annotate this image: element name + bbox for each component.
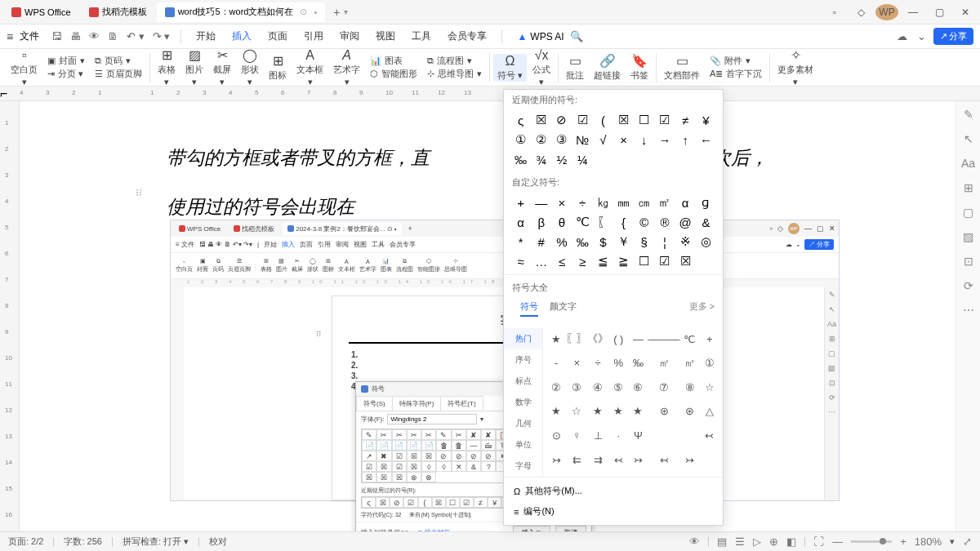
symbol-item[interactable]: ★ <box>546 402 566 420</box>
file-menu[interactable]: 文件 <box>20 29 39 43</box>
symbol-item[interactable]: ☐ <box>634 110 654 130</box>
ribbon-equation[interactable]: √x公式 ▾ <box>528 48 555 87</box>
ribbon-bookmark[interactable]: 🔖书签 <box>626 54 653 82</box>
symbol-item[interactable]: α <box>675 193 696 212</box>
symbol-item[interactable]: ↢ <box>700 427 719 445</box>
category-几何[interactable]: 几何 <box>504 413 542 434</box>
symbol-item[interactable]: ㎡ <box>654 193 675 212</box>
symbol-item[interactable]: × <box>566 354 587 372</box>
symbol-item[interactable]: ⊘ <box>466 451 481 461</box>
save-icon[interactable]: 🖫 <box>51 30 62 42</box>
ribbon-cover[interactable]: ▣封面 ▾ <box>43 55 89 67</box>
dialog-tab-special[interactable]: 特殊字符(P) <box>392 396 442 411</box>
symbol-item[interactable]: 📄 <box>362 440 376 451</box>
symbol-item[interactable]: ⊘ <box>390 497 403 508</box>
symbol-item[interactable]: Ψ <box>628 427 648 445</box>
font-select[interactable] <box>387 414 477 424</box>
symbol-item[interactable]: ¼ <box>572 149 593 169</box>
app-tab-daoke[interactable]: 找稻壳模板 <box>81 2 155 22</box>
symbol-item[interactable]: & <box>466 461 481 472</box>
minimize-button[interactable]: — <box>902 7 924 18</box>
print-icon[interactable]: 🖶 <box>70 30 81 42</box>
search-icon[interactable]: 🔍 <box>570 30 583 42</box>
symbol-item[interactable]: % <box>608 354 628 372</box>
symbol-item[interactable]: % <box>551 232 572 251</box>
view-mode-2[interactable]: ☰ <box>735 535 745 548</box>
symbol-item[interactable] <box>648 427 680 445</box>
new-tab-button[interactable]: + <box>333 6 340 19</box>
symbol-item[interactable]: ← <box>696 130 716 149</box>
symbol-item[interactable]: { <box>613 212 634 232</box>
symbol-item[interactable]: ≠ <box>474 497 488 508</box>
symbol-item[interactable]: ↣ <box>628 451 648 469</box>
symbol-item[interactable]: ℃ <box>572 212 593 232</box>
window-icon-2[interactable]: ◇ <box>849 7 872 18</box>
cloud-icon[interactable]: ☁ <box>897 30 907 42</box>
ribbon-split[interactable]: ⇥分页 ▾ <box>43 68 89 80</box>
symbol-item[interactable]: ㎜ <box>613 193 634 212</box>
symbol-item[interactable]: ✂ <box>407 429 421 440</box>
symbol-item[interactable]: — <box>531 193 551 212</box>
symbol-item[interactable]: ⊙ <box>546 427 566 445</box>
symbol-item[interactable]: ✂ <box>452 429 466 440</box>
symbol-item[interactable]: ✕ <box>452 461 466 472</box>
symbol-item[interactable]: ↗ <box>362 451 376 461</box>
view-mode-3[interactable]: ▷ <box>753 535 761 548</box>
symbol-item[interactable]: ★ <box>546 330 566 348</box>
status-proof[interactable]: 校对 <box>209 535 227 548</box>
symbol-item[interactable]: ② <box>531 130 551 149</box>
sidebar-img-icon[interactable]: ▨ <box>963 230 973 243</box>
symbol-item[interactable]: ☒ <box>675 251 696 271</box>
menu-vip[interactable]: 会员专享 <box>441 26 493 47</box>
symbol-item[interactable]: ↣ <box>680 451 700 469</box>
chevron-icon[interactable]: ⌄ <box>917 30 926 42</box>
cancel-button[interactable]: 取消 <box>555 526 586 531</box>
symbol-item[interactable]: ✂ <box>392 429 407 440</box>
ribbon-mindmap[interactable]: ⊹思维导图 ▾ <box>423 68 486 80</box>
symbol-item[interactable]: ♀ <box>566 427 587 445</box>
symbol-item[interactable]: © <box>634 212 654 232</box>
tab-menu[interactable]: ▾ <box>344 7 348 16</box>
symbol-item[interactable]: ℃ <box>680 330 700 348</box>
symbol-item[interactable]: ※ <box>675 232 696 251</box>
symbol-item[interactable]: ‰ <box>572 232 593 251</box>
symbol-item[interactable]: ☒ <box>531 110 551 130</box>
document-page[interactable]: 带勾的方框或者带叉的方框，直乍一次后， 使用过的符号会出现在 ⁝⁝ WPS Of… <box>20 101 980 531</box>
sidebar-pen-icon[interactable]: ✎ <box>964 108 973 121</box>
menu-start[interactable]: 开始 <box>189 26 222 47</box>
symbol-item[interactable]: × <box>551 193 572 212</box>
symbol-item[interactable]: ↢ <box>648 451 680 469</box>
symbol-item[interactable]: ☒ <box>407 451 421 461</box>
symbol-item[interactable]: ¾ <box>531 149 551 169</box>
symbol-item[interactable]: √ <box>593 130 613 149</box>
symbol-item[interactable]: ☑ <box>460 497 474 508</box>
symbol-item[interactable]: ★ <box>608 402 628 420</box>
app-tab-wps[interactable]: WPS Office <box>3 2 79 22</box>
symbol-item[interactable]: ɡ <box>696 193 716 212</box>
category-单位[interactable]: 单位 <box>504 434 542 455</box>
menu-page[interactable]: 页面 <box>261 26 294 47</box>
hamburger-icon[interactable]: ≡ <box>7 30 13 43</box>
symbol-item[interactable]: @ <box>675 212 696 232</box>
category-序号[interactable]: 序号 <box>504 349 542 371</box>
symbol-item[interactable]: ‰ <box>510 149 531 169</box>
panel-tab-kaomoji[interactable]: 颜文字 <box>550 300 577 317</box>
symbol-item[interactable]: ς <box>510 110 531 130</box>
symbol-item[interactable]: § <box>634 232 654 251</box>
symbol-item[interactable]: ✘ <box>466 429 481 440</box>
avatar[interactable]: WP <box>875 4 898 20</box>
symbol-item[interactable]: ㎡ <box>648 354 680 372</box>
view-eye-icon[interactable]: 👁 <box>689 535 700 548</box>
redo-icon[interactable]: ↷ ▾ <box>153 30 171 42</box>
ribbon-chart[interactable]: 📊图表 <box>366 55 421 67</box>
status-page[interactable]: 页面: 2/2 <box>8 535 43 548</box>
ribbon-dropcap[interactable]: A≣首字下沉 <box>706 68 766 80</box>
zoom-out[interactable]: — <box>832 535 843 548</box>
preview-icon[interactable]: 👁 <box>89 30 100 42</box>
symbol-item[interactable]: ③ <box>551 130 572 149</box>
ribbon-wordart[interactable]: A艺术字 ▾ <box>329 48 364 87</box>
symbol-item[interactable]: 📄 <box>421 440 436 451</box>
symbol-item[interactable]: α <box>510 212 531 232</box>
symbol-item[interactable]: 📄 <box>392 440 407 451</box>
menu-insert[interactable]: 插入 <box>225 26 258 47</box>
